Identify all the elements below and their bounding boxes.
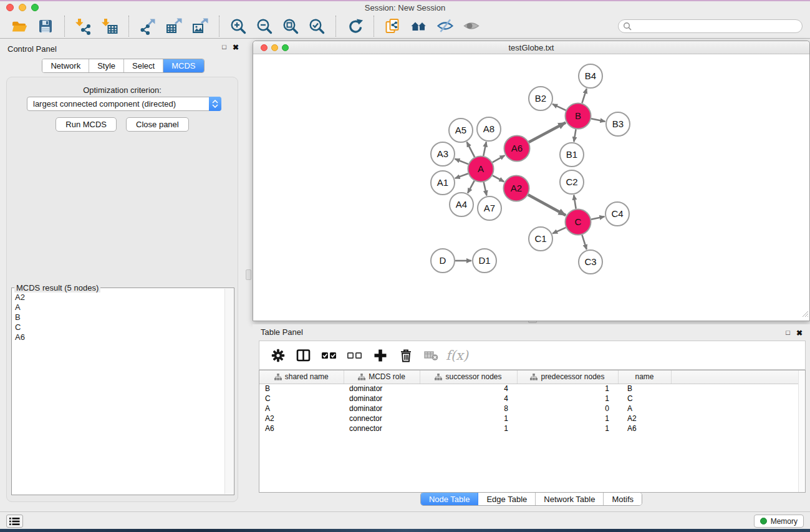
tab-motifs[interactable]: Motifs xyxy=(604,493,642,505)
table-cell[interactable]: B xyxy=(259,384,344,394)
import-network-icon[interactable] xyxy=(73,16,94,37)
graph-edge-A-A4[interactable] xyxy=(468,181,475,193)
table-cell[interactable]: C xyxy=(618,394,671,404)
resize-grip-icon[interactable] xyxy=(801,309,809,320)
table-cell[interactable]: 0 xyxy=(517,404,618,414)
delete-table-icon[interactable] xyxy=(423,347,440,364)
table-cell[interactable]: 1 xyxy=(517,394,618,404)
result-scrollbar[interactable] xyxy=(224,289,233,494)
zoom-out-icon[interactable] xyxy=(254,16,275,37)
table-cell[interactable]: A6 xyxy=(618,423,671,433)
table-cell[interactable]: 1 xyxy=(517,384,618,394)
table-cell[interactable]: C xyxy=(259,394,344,404)
tab-style[interactable]: Style xyxy=(89,59,124,72)
table-row[interactable]: Cdominator41C xyxy=(259,394,805,404)
table-cell[interactable]: A xyxy=(618,404,671,414)
zoom-selected-icon[interactable] xyxy=(306,16,327,37)
graph-edge-A-A5[interactable] xyxy=(467,142,475,157)
hide-selected-icon[interactable] xyxy=(435,16,456,37)
run-mcds-button[interactable]: Run MCDS xyxy=(55,117,117,132)
table-row[interactable]: A2connector11A2 xyxy=(259,414,805,423)
graph-edge-A-A2[interactable] xyxy=(493,175,504,181)
close-panel-button[interactable]: Close panel xyxy=(126,117,189,132)
show-all-icon[interactable] xyxy=(461,16,482,37)
table-cell[interactable]: 4 xyxy=(420,384,517,394)
graph-edge-A2-C[interactable] xyxy=(528,195,566,215)
graph-edge-C-C3[interactable] xyxy=(582,235,586,249)
export-table-icon[interactable] xyxy=(163,16,185,37)
table-cell[interactable]: dominator xyxy=(344,394,420,404)
clone-network-icon[interactable] xyxy=(382,16,403,37)
export-network-icon[interactable] xyxy=(137,16,158,37)
mcds-result-list[interactable]: A2ABCA6 xyxy=(12,293,224,494)
table-scrollbar[interactable] xyxy=(798,370,805,492)
tab-select[interactable]: Select xyxy=(124,59,163,72)
column-header-predecessor-nodes[interactable]: predecessor nodes xyxy=(517,370,618,384)
graph-edge-A-A8[interactable] xyxy=(483,142,486,156)
table-row[interactable]: Bdominator41B xyxy=(259,384,805,394)
column-header-name[interactable]: name xyxy=(618,370,671,384)
table-cell[interactable]: 1 xyxy=(517,414,618,423)
table-cell[interactable]: B xyxy=(618,384,671,394)
tab-mcds[interactable]: MCDS xyxy=(163,59,203,72)
graph-edge-A-A1[interactable] xyxy=(455,173,468,178)
column-header-shared-name[interactable]: shared name xyxy=(259,370,344,384)
table-cell[interactable]: 4 xyxy=(420,394,517,404)
graph-edge-B-B4[interactable] xyxy=(582,89,586,103)
table-cell[interactable]: A xyxy=(259,404,344,414)
mcds-result-item[interactable]: C xyxy=(12,322,224,332)
mcds-result-item[interactable]: A6 xyxy=(12,332,224,342)
float-table-panel-icon[interactable]: □ xyxy=(786,329,790,336)
zoom-fit-icon[interactable] xyxy=(280,16,301,37)
add-column-icon[interactable] xyxy=(372,347,389,364)
close-table-panel-icon[interactable]: ✖ xyxy=(796,329,803,337)
tab-edge-table[interactable]: Edge Table xyxy=(478,493,536,505)
refresh-icon[interactable] xyxy=(344,16,365,37)
mcds-result-item[interactable]: A2 xyxy=(12,293,224,302)
settings-gear-icon[interactable] xyxy=(269,347,287,364)
tab-network[interactable]: Network xyxy=(42,59,89,72)
task-history-button[interactable] xyxy=(6,515,23,528)
table-cell[interactable]: 1 xyxy=(420,414,517,423)
delete-column-icon[interactable] xyxy=(397,347,415,364)
network-canvas[interactable]: AA1A2A3A4A5A6A7A8BB1B2B3B4CC1C2C3C4DD1 xyxy=(253,54,809,321)
graph-edge-C-C4[interactable] xyxy=(591,216,604,219)
table-cell[interactable]: dominator xyxy=(344,384,420,394)
table-cell[interactable]: 1 xyxy=(420,423,517,433)
graph-edge-C-C2[interactable] xyxy=(574,195,576,209)
table-cell[interactable]: connector xyxy=(344,423,420,433)
table-cell[interactable]: A2 xyxy=(259,414,344,423)
close-panel-icon[interactable]: ✖ xyxy=(233,43,239,52)
tab-network-table[interactable]: Network Table xyxy=(536,493,604,505)
mcds-result-item[interactable]: B xyxy=(12,312,224,322)
criterion-dropdown[interactable]: largest connected component (directed) xyxy=(27,97,221,111)
deselect-all-icon[interactable] xyxy=(346,347,364,364)
graph-edge-A-A6[interactable] xyxy=(493,155,505,162)
graph-edge-C-C1[interactable] xyxy=(552,228,566,234)
table-cell[interactable]: connector xyxy=(344,414,420,423)
graph-edge-B-B2[interactable] xyxy=(552,104,566,110)
graph-edge-A-A7[interactable] xyxy=(484,182,487,196)
vertical-splitter-handle[interactable] xyxy=(246,269,251,280)
save-session-icon[interactable] xyxy=(35,16,56,37)
import-table-icon[interactable] xyxy=(99,16,120,37)
first-neighbors-icon[interactable] xyxy=(408,16,430,37)
table-cell[interactable]: dominator xyxy=(344,404,420,414)
search-input[interactable] xyxy=(618,19,803,33)
function-builder-icon[interactable]: f(x) xyxy=(448,347,466,364)
float-panel-icon[interactable]: □ xyxy=(222,43,226,51)
table-cell[interactable]: A2 xyxy=(618,414,671,423)
tab-node-table[interactable]: Node Table xyxy=(421,493,479,505)
open-file-icon[interactable] xyxy=(9,16,30,37)
graph-edge-B-B3[interactable] xyxy=(591,118,605,122)
graph-edge-A-A3[interactable] xyxy=(455,159,468,164)
table-cell[interactable]: 8 xyxy=(420,404,517,414)
zoom-in-icon[interactable] xyxy=(228,16,249,37)
table-row[interactable]: A6connector11A6 xyxy=(259,423,805,433)
table-cell[interactable]: 1 xyxy=(517,423,618,433)
mcds-result-item[interactable]: A xyxy=(12,302,224,312)
memory-button[interactable]: Memory xyxy=(754,515,804,528)
select-all-icon[interactable] xyxy=(321,347,338,364)
table-row[interactable]: Adominator80A xyxy=(259,404,805,414)
graph-edge-B-B1[interactable] xyxy=(574,129,576,142)
